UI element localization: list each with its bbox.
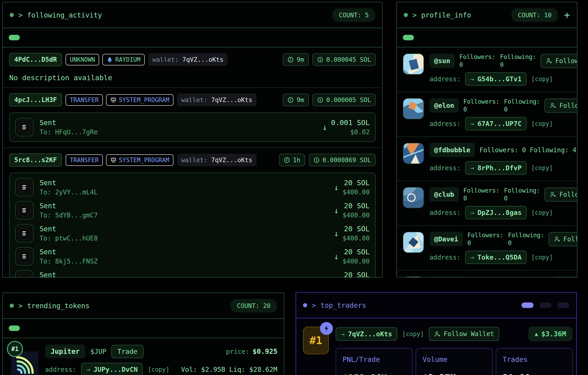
token-address-link[interactable]: → JUPy...DvCN bbox=[81, 363, 143, 375]
follow-button[interactable]: Follow bbox=[545, 188, 578, 201]
trader-wallet-link[interactable]: → 7qVZ...oKts bbox=[336, 327, 397, 341]
copy-button[interactable]: [copy] bbox=[402, 331, 424, 337]
tab-explorer[interactable] bbox=[419, 35, 430, 40]
tx-hash-badge[interactable]: 4PdC...D5dR bbox=[9, 53, 62, 66]
transfer-usd-value: $0.02 bbox=[350, 128, 370, 136]
transfer-amount: 20 SOL bbox=[344, 271, 370, 277]
stat-value: 21.00 bbox=[503, 373, 566, 375]
status-dot-icon bbox=[303, 303, 307, 307]
person-plus-icon bbox=[550, 191, 556, 198]
copy-button[interactable]: [copy] bbox=[531, 165, 553, 171]
followers-stat: Followers:0 bbox=[459, 54, 495, 68]
address-label: address: bbox=[430, 120, 461, 128]
profile-address-link[interactable]: → 8rPh...DfvP bbox=[465, 161, 527, 175]
trade-button[interactable]: Trade bbox=[111, 345, 143, 358]
profile-avatar-elon bbox=[403, 98, 424, 119]
profile-avatar-0x1nno bbox=[403, 276, 424, 277]
down-arrow-icon: ↓ bbox=[322, 122, 327, 132]
add-profile-button[interactable]: + bbox=[564, 10, 570, 20]
arrow-right-icon: → bbox=[86, 365, 90, 373]
tx-wallet-chip: wallet: 7qVZ...oKts bbox=[177, 94, 256, 106]
tx-type-badge: SYSTEM_PROGRAM bbox=[106, 94, 173, 106]
transfer-action: Sent bbox=[40, 271, 98, 278]
profile-avatar-fdbubble bbox=[403, 143, 424, 164]
tab-transfer[interactable] bbox=[40, 35, 51, 40]
tab-today[interactable] bbox=[522, 302, 534, 308]
svg-text:$: $ bbox=[319, 98, 321, 102]
transfer-action: Sent bbox=[40, 202, 98, 210]
dollar-icon: $ bbox=[317, 56, 324, 63]
tab-1w[interactable] bbox=[557, 302, 569, 308]
traders-period-tabs bbox=[522, 302, 569, 308]
transfer-list: Sent To: HFqU...7gRe ↓ 0.001 SOL $0.02 bbox=[9, 112, 376, 142]
panel-profile-info: > profile_info COUNT: 10 + @sun Follower… bbox=[396, 2, 578, 277]
following-stat: Following:0 bbox=[500, 54, 536, 68]
tx-description: No description available bbox=[9, 74, 376, 82]
profile-filter-tabs bbox=[397, 28, 577, 47]
tab-all[interactable] bbox=[403, 35, 414, 40]
token-rank-badge: #1 bbox=[7, 341, 23, 357]
status-dot-icon bbox=[10, 304, 14, 308]
follow-wallet-button[interactable]: Follow Wallet bbox=[429, 327, 499, 341]
person-plus-icon bbox=[550, 102, 556, 109]
token-name: Jupiter bbox=[45, 345, 85, 358]
address-label: address: bbox=[430, 164, 461, 172]
profile-row: @elon Followers:0 Following:0 Follow add… bbox=[397, 92, 577, 137]
follow-button[interactable]: Follow bbox=[549, 232, 578, 246]
tab-rank[interactable] bbox=[24, 325, 35, 331]
panel-following-activity: > following_activity COUNT: 5 4PdC...D5d… bbox=[2, 2, 383, 277]
activity-filter-tabs bbox=[3, 28, 382, 47]
transfer-amount: 20 SOL bbox=[344, 201, 370, 210]
follow-button[interactable]: Follow bbox=[553, 277, 578, 278]
copy-button[interactable]: [copy] bbox=[148, 366, 169, 373]
tx-time-badge: 9m bbox=[283, 94, 309, 106]
transaction-card: 5rc8...s2KF TRANSFERSYSTEM_PROGRAM walle… bbox=[3, 148, 382, 277]
person-plus-icon bbox=[554, 236, 561, 243]
profile-address-link[interactable]: → Toke...Q5DA bbox=[465, 251, 527, 264]
profile-address-link[interactable]: → G54b...GTv1 bbox=[465, 72, 527, 86]
tx-fee-badge: $0.000005 SOL bbox=[312, 94, 376, 106]
trader-row: #1 → 7qVZ...oKts [copy] Follow Wallet ▲ bbox=[296, 318, 576, 375]
profile-address-link[interactable]: → 67A7...UP7C bbox=[465, 117, 527, 130]
copy-button[interactable]: [copy] bbox=[531, 76, 553, 82]
transfer-action: Sent bbox=[40, 248, 98, 256]
tx-fee-badge: $0.000045 SOL bbox=[312, 53, 376, 66]
profile-info-header: > profile_info COUNT: 10 + bbox=[397, 2, 577, 28]
arrow-right-icon: → bbox=[470, 75, 474, 83]
transfer-action: Sent bbox=[40, 225, 98, 233]
tab-unknown[interactable] bbox=[24, 35, 35, 40]
tx-type-badges: TRANSFERSYSTEM_PROGRAM bbox=[65, 94, 173, 106]
tx-time-badge: 9m bbox=[283, 53, 309, 66]
transfer-usd-value: $400.00 bbox=[343, 234, 370, 242]
tx-hash-badge[interactable]: 5rc8...s2KF bbox=[9, 154, 62, 166]
tab-liquidity[interactable] bbox=[40, 325, 51, 331]
profile-address-link[interactable]: → DpZJ...8gas bbox=[465, 206, 527, 219]
tx-hash-badge[interactable]: 4pcJ...LH3F bbox=[9, 93, 62, 106]
copy-button[interactable]: [copy] bbox=[531, 254, 553, 261]
transfer-usd-value: $400.00 bbox=[343, 188, 370, 196]
solana-token-icon bbox=[15, 118, 34, 136]
transfer-amount: 20 SOL bbox=[344, 248, 370, 256]
transfer-recipient: To: HFqU...7gRe bbox=[40, 128, 98, 136]
profile-handle: @fdbubble bbox=[430, 143, 475, 157]
arrow-right-icon: → bbox=[470, 120, 474, 128]
person-plus-icon bbox=[434, 331, 441, 337]
tx-type-badge: TRANSFER bbox=[65, 154, 103, 166]
stat-card: Volume $3.37M bbox=[416, 348, 493, 375]
copy-button[interactable]: [copy] bbox=[531, 209, 553, 216]
clock-icon bbox=[287, 97, 294, 103]
tx-type-badge: SYSTEM_PROGRAM bbox=[106, 154, 173, 166]
tab-yesterday[interactable] bbox=[539, 302, 551, 308]
address-label: address: bbox=[45, 366, 76, 373]
follow-button[interactable]: Follow bbox=[545, 99, 578, 113]
follow-button[interactable]: Follow bbox=[541, 54, 578, 68]
panel-trending-tokens: > trending_tokens COUNT: 20 #1 Jupiter $… bbox=[2, 293, 284, 375]
transfer-row: Sent To: HFqU...7gRe ↓ 0.001 SOL $0.02 bbox=[15, 116, 370, 139]
tab-all[interactable] bbox=[9, 35, 20, 40]
copy-button[interactable]: [copy] bbox=[531, 120, 553, 127]
transfer-row: Sent To: 5f6v...irgf ↓ 20 SOL $400.00 bbox=[15, 268, 370, 277]
followers-stat: Followers:0 bbox=[463, 187, 499, 202]
profile-handle: @club bbox=[430, 187, 459, 201]
solana-token-icon bbox=[15, 178, 34, 197]
tab-volume-24h[interactable] bbox=[9, 325, 20, 331]
